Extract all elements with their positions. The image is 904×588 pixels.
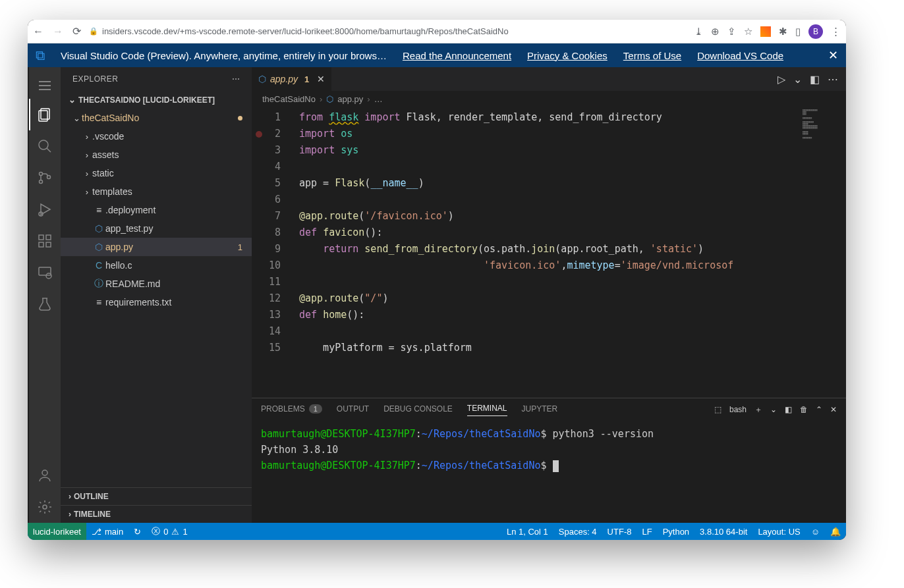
timeline-section[interactable]: › TIMELINE xyxy=(61,505,252,523)
extension-icon[interactable] xyxy=(760,26,771,37)
address-bar[interactable]: 🔒 insiders.vscode.dev/+ms-vscode.remote-… xyxy=(89,26,687,36)
python-icon: ⬡ xyxy=(258,74,266,84)
close-tab-icon[interactable]: ✕ xyxy=(317,74,325,84)
svg-point-9 xyxy=(47,176,51,179)
announcement-text: Visual Studio Code (Preview). Anywhere, … xyxy=(61,50,387,61)
sidebar-title: EXPLORER xyxy=(72,74,118,84)
tree-item-label: app.py xyxy=(105,242,133,252)
svg-rect-13 xyxy=(39,242,43,247)
new-terminal-icon[interactable]: ＋ xyxy=(754,404,762,415)
back-icon[interactable]: ← xyxy=(33,26,43,38)
read-announcement-link[interactable]: Read the Announcement xyxy=(403,50,511,61)
tree-item-label: .vscode xyxy=(92,131,124,142)
problems-indicator[interactable]: ⓧ 0 ⚠ 1 xyxy=(146,525,192,537)
tab-bar: ⬡ app.py 1 ✕ ▷ ⌄ ◧ ⋯ xyxy=(252,67,846,91)
star-icon[interactable]: ☆ xyxy=(744,26,752,38)
download-link[interactable]: Download VS Code xyxy=(697,50,783,61)
outline-section[interactable]: › OUTLINE xyxy=(61,487,252,505)
menu-icon[interactable]: ⋮ xyxy=(831,26,841,38)
tree-item[interactable]: ›assets xyxy=(61,146,252,164)
sidepanel-icon[interactable]: ▯ xyxy=(795,26,801,38)
tree-item[interactable]: ›templates xyxy=(61,182,252,201)
jupyter-tab[interactable]: JUPYTER xyxy=(522,404,558,415)
indentation[interactable]: Spaces: 4 xyxy=(553,527,602,537)
search-icon[interactable] xyxy=(29,130,61,162)
editor-more-icon[interactable]: ⋯ xyxy=(828,73,838,86)
tree-item[interactable]: ›Chello.c xyxy=(61,256,252,275)
code-content[interactable]: from flask import Flask, render_template… xyxy=(291,107,846,398)
svg-line-6 xyxy=(47,148,51,152)
run-debug-icon[interactable] xyxy=(29,194,61,225)
app-menu-button[interactable] xyxy=(29,72,61,99)
tree-item[interactable]: ›⬡app_test.py xyxy=(61,219,252,238)
run-icon[interactable]: ▷ xyxy=(777,73,785,86)
accounts-icon[interactable] xyxy=(29,460,61,491)
close-announcement-icon[interactable]: ✕ xyxy=(828,48,838,63)
profile-avatar[interactable]: B xyxy=(808,24,823,39)
forward-icon[interactable]: → xyxy=(53,26,63,38)
tab-filename: app.py xyxy=(270,74,298,84)
editor-tab[interactable]: ⬡ app.py 1 ✕ xyxy=(252,67,332,91)
bottom-panel: PROBLEMS 1 OUTPUT DEBUG CONSOLE TERMINAL… xyxy=(252,398,846,523)
code-editor[interactable]: 123456789101112131415 from flask import … xyxy=(252,107,846,398)
maximize-panel-icon[interactable]: ⌃ xyxy=(816,405,822,414)
eol[interactable]: LF xyxy=(636,527,657,537)
chevron-icon: ⌄ xyxy=(71,113,82,123)
sidebar: EXPLORER ⋯ ⌄ THECATSAIDNO [LUCID-LORIKEE… xyxy=(61,67,252,523)
testing-icon[interactable] xyxy=(29,288,61,320)
terminal-tab[interactable]: TERMINAL xyxy=(467,404,507,416)
terminal-output[interactable]: bamurtaugh@DESKTOP-4I37HP7:~/Repos/theCa… xyxy=(252,421,846,523)
kill-terminal-icon[interactable]: 🗑 xyxy=(800,405,808,414)
branch-icon: ⎇ xyxy=(92,527,101,537)
close-panel-icon[interactable]: ✕ xyxy=(830,405,837,414)
reload-icon[interactable]: ⟳ xyxy=(72,25,81,38)
svg-point-17 xyxy=(46,273,51,279)
encoding[interactable]: UTF-8 xyxy=(602,527,637,537)
file-icon: ⬡ xyxy=(92,223,105,234)
output-tab[interactable]: OUTPUT xyxy=(337,404,369,415)
file-icon: ⓘ xyxy=(92,278,105,290)
terms-link[interactable]: Terms of Use xyxy=(623,50,681,61)
feedback-icon[interactable]: ☺ xyxy=(806,527,825,537)
settings-icon[interactable] xyxy=(29,491,61,523)
tree-item[interactable]: ⌄theCatSaidNo xyxy=(61,109,252,127)
tree-item[interactable]: ›ⓘREADME.md xyxy=(61,275,252,293)
tree-item[interactable]: ›⬡app.py1 xyxy=(61,238,252,256)
svg-rect-15 xyxy=(46,235,51,240)
extensions-icon[interactable]: ✱ xyxy=(779,26,787,38)
terminal-dropdown-icon[interactable]: ⌄ xyxy=(770,405,777,414)
install-icon[interactable]: ⤓ xyxy=(694,26,703,38)
privacy-link[interactable]: Privacy & Cookies xyxy=(527,50,607,61)
share-icon[interactable]: ⇪ xyxy=(727,26,736,38)
zoom-icon[interactable]: ⊕ xyxy=(711,26,720,38)
explorer-icon[interactable] xyxy=(29,99,61,130)
browser-toolbar: ← → ⟳ 🔒 insiders.vscode.dev/+ms-vscode.r… xyxy=(28,20,846,43)
tree-item[interactable]: ›≡requirements.txt xyxy=(61,293,252,311)
cursor-position[interactable]: Ln 1, Col 1 xyxy=(501,527,553,537)
workspace-header[interactable]: ⌄ THECATSAIDNO [LUCID-LORIKEET] xyxy=(61,91,252,109)
extensions-view-icon[interactable] xyxy=(29,225,61,257)
remote-indicator[interactable]: lucid-lorikeet xyxy=(28,523,86,540)
split-terminal-icon[interactable]: ◧ xyxy=(785,405,792,414)
sync-button[interactable]: ↻ xyxy=(128,527,146,537)
python-interpreter[interactable]: 3.8.10 64-bit xyxy=(694,527,752,537)
debug-console-tab[interactable]: DEBUG CONSOLE xyxy=(383,404,453,415)
warning-count: 1 xyxy=(183,527,187,537)
language-mode[interactable]: Python xyxy=(658,527,694,537)
run-dropdown-icon[interactable]: ⌄ xyxy=(793,73,802,86)
remote-explorer-icon[interactable] xyxy=(29,257,61,288)
problems-tab[interactable]: PROBLEMS 1 xyxy=(261,404,322,415)
notifications-icon[interactable]: 🔔 xyxy=(825,527,846,537)
tree-item[interactable]: ›.vscode xyxy=(61,127,252,146)
sidebar-more-icon[interactable]: ⋯ xyxy=(232,74,241,84)
breakpoint-icon[interactable] xyxy=(256,131,262,138)
tree-item[interactable]: ›≡.deployment xyxy=(61,201,252,219)
branch-indicator[interactable]: ⎇ main xyxy=(86,527,128,537)
source-control-icon[interactable] xyxy=(29,162,61,194)
shell-name[interactable]: bash xyxy=(729,405,747,414)
keyboard-layout[interactable]: Layout: US xyxy=(752,527,805,537)
split-editor-icon[interactable]: ◧ xyxy=(810,73,820,86)
tree-item[interactable]: ›static xyxy=(61,164,252,182)
breadcrumb[interactable]: theCatSaidNo › ⬡ app.py › … xyxy=(252,91,846,107)
app-window: ← → ⟳ 🔒 insiders.vscode.dev/+ms-vscode.r… xyxy=(28,20,846,540)
